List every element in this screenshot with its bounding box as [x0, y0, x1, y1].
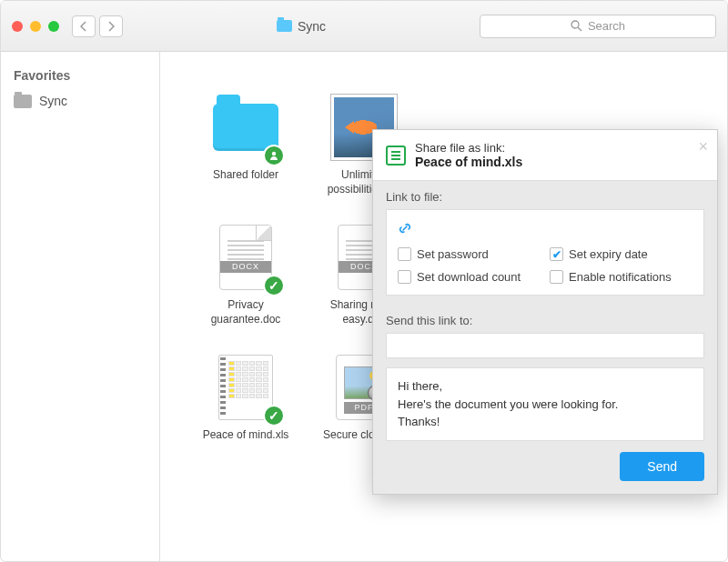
spreadsheet-icon — [386, 146, 406, 166]
svg-point-2 — [272, 152, 276, 156]
sidebar-item-sync[interactable]: Sync — [14, 92, 147, 110]
minimize-window-button[interactable] — [30, 21, 41, 32]
message-textarea[interactable]: Hi there, Here's the document you were l… — [386, 367, 704, 441]
option-set-password[interactable]: Set password — [398, 247, 541, 261]
dialog-filename: Peace of mind.xls — [415, 155, 522, 169]
send-button[interactable]: Send — [620, 452, 704, 481]
dialog-header: Share file as link: Peace of mind.xls × — [373, 130, 717, 181]
svg-line-1 — [578, 27, 581, 31]
link-icon — [398, 221, 693, 238]
link-section-label: Link to file: — [373, 181, 717, 209]
folder-icon — [14, 95, 32, 108]
file-label: Privacy guarantee.doc — [193, 298, 298, 326]
option-set-download-count[interactable]: Set download count — [398, 270, 541, 284]
window-controls — [12, 21, 59, 32]
sidebar-item-label: Sync — [39, 94, 67, 108]
sidebar: Favorites Sync — [1, 52, 160, 561]
checkbox-icon — [398, 247, 411, 261]
checkbox-checked-icon — [550, 247, 563, 261]
shared-badge-icon — [263, 145, 285, 166]
file-label: Peace of mind.xls — [203, 428, 289, 443]
window-titlebar: Sync Search — [1, 1, 727, 52]
file-label: Shared folder — [213, 168, 278, 183]
close-window-button[interactable] — [12, 21, 23, 32]
file-item[interactable]: Shared folder — [191, 92, 300, 196]
window-title: Sync — [298, 19, 326, 34]
file-item[interactable]: DOCX ✓ Privacy guarantee.doc — [191, 222, 300, 326]
synced-badge-icon: ✓ — [263, 275, 285, 296]
link-options-panel: Set password Set expiry date Set downloa… — [386, 209, 704, 296]
checkbox-icon — [398, 270, 411, 284]
nav-back-button[interactable] — [72, 15, 96, 37]
sidebar-heading: Favorites — [14, 68, 147, 83]
share-dialog: Share file as link: Peace of mind.xls × … — [372, 129, 718, 495]
svg-point-0 — [571, 21, 579, 28]
option-set-expiry[interactable]: Set expiry date — [550, 247, 693, 261]
checkbox-icon — [550, 270, 563, 284]
recipients-input[interactable] — [386, 333, 704, 358]
synced-badge-icon: ✓ — [263, 405, 285, 427]
search-icon — [571, 20, 582, 32]
folder-icon — [213, 104, 278, 151]
close-icon[interactable]: × — [698, 137, 708, 156]
file-item[interactable]: ✓ Peace of mind.xls — [191, 352, 300, 443]
zoom-window-button[interactable] — [48, 21, 59, 32]
folder-icon — [277, 20, 292, 32]
dialog-subtitle: Share file as link: — [415, 141, 522, 155]
option-enable-notifications[interactable]: Enable notifications — [550, 270, 693, 284]
search-input[interactable]: Search — [480, 15, 716, 38]
search-placeholder: Search — [588, 19, 625, 33]
nav-forward-button[interactable] — [99, 15, 123, 37]
send-section-label: Send this link to: — [373, 305, 717, 333]
